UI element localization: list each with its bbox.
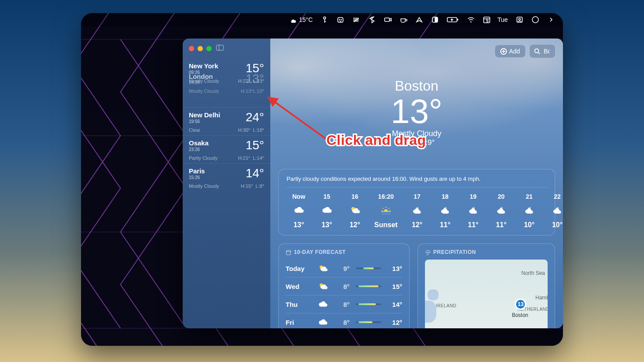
menubar-wifi-icon[interactable] (467, 16, 475, 24)
menubar-key-icon[interactable] (321, 16, 329, 24)
city-condition: Mostly Cloudy (189, 78, 219, 84)
add-button[interactable]: Add (495, 45, 525, 57)
city-row[interactable]: Osaka23:26 15° Partly CloudyH:21°L:14° (183, 135, 270, 163)
hour-cell[interactable]: 21 10° (517, 193, 541, 229)
hour-label: 18 (433, 193, 457, 200)
forecast-day-row[interactable]: Thu 8° 14° (286, 295, 402, 313)
menubar-weather[interactable]: 15°C (289, 16, 313, 24)
close-button[interactable] (189, 46, 194, 51)
city-low: L:13° (253, 78, 264, 84)
city-low: L:18° (253, 127, 264, 133)
day-high: 13° (387, 265, 402, 272)
city-row[interactable]: New Delhi19:56 24° ClearH:30°L:18° (183, 107, 270, 135)
window-traffic-lights (189, 46, 212, 51)
city-temp: 14° (246, 167, 264, 179)
plus-circle-icon (500, 48, 507, 55)
menubar-bluetooth-icon[interactable] (368, 16, 376, 24)
temp-range-bar (356, 303, 381, 305)
partly-icon (343, 203, 367, 218)
menubar-face-icon[interactable] (336, 16, 344, 24)
maximize-button[interactable] (206, 46, 212, 51)
city-condition: Partly Cloudy (189, 155, 217, 161)
search-field[interactable] (530, 45, 555, 58)
city-high: H:21° (238, 155, 251, 161)
menubar-tally-icon[interactable] (352, 16, 360, 24)
map-label-north-sea: North Sea (521, 270, 545, 276)
cloud-icon (317, 317, 329, 327)
day-high: 15° (387, 283, 402, 290)
cloud-night-icon (405, 203, 429, 218)
day-name: Today (286, 265, 311, 272)
ten-day-forecast-panel[interactable]: 10-DAY FORECAST Today 9° 13°Wed 8° 15°Th… (278, 243, 410, 328)
city-high: H:22° (238, 78, 251, 84)
hour-temp: 11° (461, 221, 485, 229)
temp-range-bar (356, 321, 381, 323)
menubar-camera-icon[interactable] (384, 16, 392, 24)
sunset-icon (371, 203, 401, 218)
menubar-contrast-icon[interactable] (431, 16, 439, 24)
city-time: 09:26 (189, 70, 218, 75)
weather-app-window: New York 09:26 15° Mostly Cloudy H:22°L:… (183, 39, 563, 328)
cloud-night-icon (433, 203, 457, 218)
svg-rect-5 (385, 18, 389, 21)
mac-menubar: 15°C 5 Tue (81, 13, 563, 26)
hour-cell[interactable]: 20 11° (489, 193, 513, 229)
cloud-night-icon (489, 203, 513, 218)
hour-label: 17 (405, 193, 429, 200)
svg-rect-9 (457, 19, 458, 21)
menubar-coffee-icon[interactable] (400, 16, 407, 24)
hour-cell[interactable]: 19 11° (461, 193, 485, 229)
hourly-forecast-panel[interactable]: Partly cloudy conditions expected around… (278, 169, 555, 235)
minimize-button[interactable] (198, 46, 203, 51)
hour-cell[interactable]: 16:20 Sunset (371, 193, 401, 229)
menubar-airdrop-icon[interactable] (415, 16, 423, 24)
forecast-days: Today 9° 13°Wed 8° 15°Thu 8° 14°Fri 8° 1… (286, 260, 402, 328)
hour-label: 20 (489, 193, 513, 200)
forecast-day-row[interactable]: Today 9° 13° (286, 260, 402, 277)
forecast-day-row[interactable]: Fri 8° 12° (286, 313, 402, 328)
screenshot-frame: 15°C 5 Tue (81, 13, 563, 346)
city-low: L:8° (255, 183, 264, 189)
cloud-night-icon (517, 203, 541, 218)
hour-label: 15 (315, 193, 339, 200)
map-label-hamburg: Hamb (535, 295, 548, 301)
city-row[interactable]: New York 09:26 15° Mostly Cloudy H:22°L:… (183, 59, 270, 107)
menubar-date[interactable]: 5 Tue (483, 16, 508, 24)
search-input[interactable] (543, 47, 551, 55)
menubar-user-icon[interactable] (516, 16, 524, 24)
current-temp: 13° (278, 94, 555, 128)
day-name: Wed (286, 283, 311, 290)
forecast-day-row[interactable]: Wed 8° 15° (286, 277, 402, 295)
hour-cell[interactable]: Now 13° (287, 193, 311, 229)
hour-label: 19 (461, 193, 485, 200)
hour-cell[interactable]: 17 12° (405, 193, 429, 229)
hour-cell[interactable]: 22 10° (545, 193, 563, 229)
city-list: New York 09:26 15° Mostly Cloudy H:22°L:… (183, 57, 270, 193)
hour-cell[interactable]: 16 12° (343, 193, 367, 229)
city-row[interactable]: Paris15:26 14° Mostly CloudyH:15°L:8° (183, 163, 270, 191)
city-low: L:14° (253, 155, 264, 161)
temp-range-bar (356, 267, 381, 269)
svg-rect-7 (435, 17, 438, 22)
hour-temp: 10° (545, 221, 563, 229)
menubar-chevron-icon[interactable] (547, 16, 555, 24)
partly-icon (317, 264, 329, 273)
day-name: Thu (286, 301, 311, 308)
precipitation-panel[interactable]: PRECIPITATION North Sea IRELAND NETHERLA… (418, 243, 555, 328)
sidebar-toggle-icon[interactable] (216, 45, 224, 53)
city-temp: 24° (246, 111, 264, 123)
current-high: H:13° (399, 138, 418, 147)
menubar-temp: 15°C (299, 16, 313, 23)
svg-point-14 (532, 17, 538, 23)
menubar-siri-icon[interactable] (531, 16, 539, 24)
hour-label: 16:20 (371, 193, 401, 200)
precipitation-map[interactable]: North Sea IRELAND NETHERLAND Hamb 13 Bos… (425, 260, 548, 328)
menubar-battery-icon[interactable] (447, 16, 459, 24)
cloud-night-icon (461, 203, 485, 218)
day-low: 8° (335, 301, 350, 308)
hour-cell[interactable]: 18 11° (433, 193, 457, 229)
hourly-row[interactable]: Now 13°15 13°16 12°16:20 Sunset17 12°18 … (287, 188, 547, 229)
hour-cell[interactable]: 15 13° (315, 193, 339, 229)
city-time: 15:26 (189, 175, 205, 180)
temp-range-bar (356, 285, 381, 287)
